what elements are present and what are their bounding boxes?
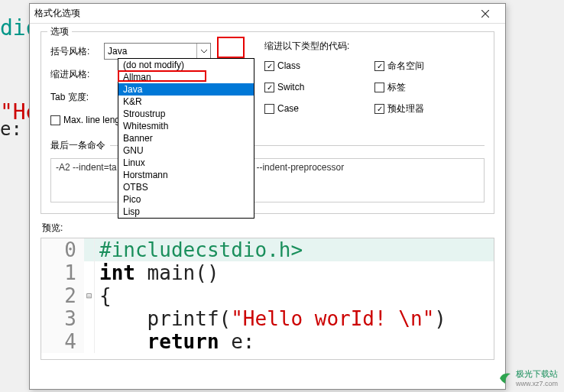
preview-area: 0#includecstdio.h>1int main()2⊟{3 printf…: [41, 238, 494, 360]
brace-style-value: Java: [108, 46, 127, 57]
brace-style-dropdown[interactable]: (do not modify)AllmanJavaK&RStroustrupWh…: [118, 58, 254, 219]
dropdown-item[interactable]: Whitesmith: [118, 120, 254, 132]
dropdown-item[interactable]: Allman: [118, 71, 254, 83]
switch-checkbox[interactable]: [264, 83, 274, 92]
preproc-label: 预处理器: [387, 102, 424, 115]
tab-width-label: Tab 宽度:: [50, 91, 104, 104]
indent-types-label: 缩进以下类型的代码:: [264, 40, 485, 53]
dropdown-item[interactable]: Banner: [118, 132, 254, 144]
brace-style-label: 括号风格:: [50, 45, 104, 58]
label-label: 标签: [387, 81, 406, 94]
switch-label: Switch: [277, 82, 304, 92]
bg-code-fragment-3: e:: [0, 118, 22, 140]
groupbox-title: 选项: [47, 25, 72, 38]
chevron-down-icon[interactable]: [196, 44, 210, 59]
class-checkbox[interactable]: [264, 61, 274, 71]
case-checkbox[interactable]: [264, 104, 274, 114]
code-line: 0#includecstdio.h>: [41, 238, 494, 261]
options-groupbox: 选项 括号风格: Java 缩进风格:: [41, 31, 494, 214]
dialog-title: 格式化选项: [34, 7, 470, 20]
brace-style-combo[interactable]: Java: [104, 43, 211, 60]
watermark: 极光下载站 www.xz7.com: [498, 368, 558, 387]
indent-style-label: 缩进风格:: [50, 68, 104, 81]
dropdown-item[interactable]: (do not modify): [118, 59, 254, 71]
namespace-label: 命名空间: [387, 60, 424, 73]
class-label: Class: [277, 60, 300, 71]
code-line: 2⊟{: [41, 284, 494, 307]
namespace-checkbox[interactable]: [374, 61, 384, 71]
code-line: 1int main(): [41, 261, 494, 284]
cmdline-box[interactable]: -A2 --indent=ta nt-switches --indent-nam…: [50, 158, 485, 202]
dropdown-item[interactable]: Horstmann: [118, 169, 254, 181]
label-checkbox[interactable]: [374, 83, 384, 92]
left-column: 括号风格: Java 缩进风格: Tab 宽度:: [50, 40, 249, 131]
dropdown-item[interactable]: Stroustrup: [118, 108, 254, 120]
watermark-url: www.xz7.com: [516, 380, 558, 387]
code-line: 4 return e:: [41, 330, 494, 353]
max-line-label: Max. line leng: [63, 115, 120, 125]
dropdown-item[interactable]: K&R: [118, 96, 254, 108]
titlebar: 格式化选项: [30, 4, 505, 24]
dropdown-item[interactable]: Java: [118, 83, 254, 96]
dropdown-item[interactable]: Pico: [118, 193, 254, 206]
preproc-checkbox[interactable]: [374, 104, 384, 114]
dropdown-item[interactable]: OTBS: [118, 181, 254, 193]
format-options-dialog: 格式化选项 选项 括号风格: Java: [29, 3, 506, 390]
close-button[interactable]: [470, 5, 501, 23]
dropdown-item[interactable]: Linux: [118, 157, 254, 169]
dropdown-item[interactable]: Lisp: [118, 206, 254, 218]
right-column: 缩进以下类型的代码: Class 命名空间 Switch 标签 Case 预处理…: [249, 40, 485, 131]
code-line: 3 printf("Hello worId! \n"): [41, 307, 494, 330]
last-cmd-label: 最后一条命令: [50, 139, 105, 152]
dropdown-item[interactable]: GNU: [118, 144, 254, 157]
max-line-checkbox[interactable]: [50, 115, 60, 125]
watermark-name: 极光下载站: [516, 368, 558, 380]
preview-label: 预览:: [42, 222, 494, 235]
case-label: Case: [277, 103, 299, 114]
watermark-logo-icon: [498, 371, 513, 386]
